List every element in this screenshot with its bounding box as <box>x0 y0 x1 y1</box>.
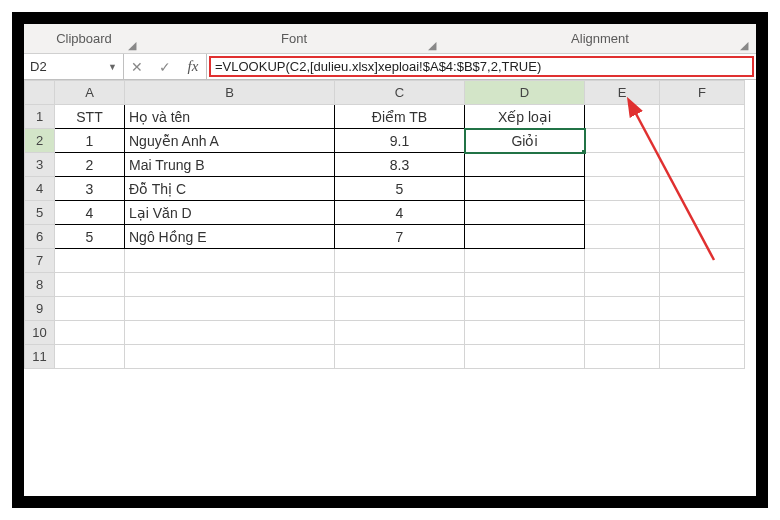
cell-D2[interactable]: Giỏi <box>465 129 585 153</box>
cell-C9[interactable] <box>335 297 465 321</box>
cell-F4[interactable] <box>660 177 745 201</box>
cell-E6[interactable] <box>585 225 660 249</box>
insert-function-button[interactable]: fx <box>184 58 202 75</box>
ribbon-group-labels: Clipboard ◢ Font ◢ Alignment ◢ <box>24 24 756 54</box>
cell-D6[interactable] <box>465 225 585 249</box>
cell-C7[interactable] <box>335 249 465 273</box>
cell-D7[interactable] <box>465 249 585 273</box>
col-header-B[interactable]: B <box>125 81 335 105</box>
cell-A1[interactable]: STT <box>55 105 125 129</box>
cell-D3[interactable] <box>465 153 585 177</box>
row-header-4[interactable]: 4 <box>25 177 55 201</box>
cell-B10[interactable] <box>125 321 335 345</box>
cell-A5[interactable]: 4 <box>55 201 125 225</box>
cell-F8[interactable] <box>660 273 745 297</box>
row-header-1[interactable]: 1 <box>25 105 55 129</box>
cell-E9[interactable] <box>585 297 660 321</box>
select-all-corner[interactable] <box>25 81 55 105</box>
cell-B6[interactable]: Ngô Hồng E <box>125 225 335 249</box>
cell-F6[interactable] <box>660 225 745 249</box>
col-header-D[interactable]: D <box>465 81 585 105</box>
cell-C3[interactable]: 8.3 <box>335 153 465 177</box>
name-box[interactable]: D2 ▼ <box>24 54 124 79</box>
cell-D10[interactable] <box>465 321 585 345</box>
row-header-7[interactable]: 7 <box>25 249 55 273</box>
cell-F10[interactable] <box>660 321 745 345</box>
row-header-9[interactable]: 9 <box>25 297 55 321</box>
cell-E8[interactable] <box>585 273 660 297</box>
cell-A10[interactable] <box>55 321 125 345</box>
formula-cancel-button[interactable]: ✕ <box>128 59 146 75</box>
cell-D5[interactable] <box>465 201 585 225</box>
cell-C2[interactable]: 9.1 <box>335 129 465 153</box>
col-header-A[interactable]: A <box>55 81 125 105</box>
col-header-F[interactable]: F <box>660 81 745 105</box>
fill-handle[interactable] <box>581 149 585 153</box>
cell-B2[interactable]: Nguyễn Anh A <box>125 129 335 153</box>
clipboard-dialog-launcher-icon[interactable]: ◢ <box>128 39 140 51</box>
cell-D1[interactable]: Xếp loại <box>465 105 585 129</box>
cell-F7[interactable] <box>660 249 745 273</box>
cell-E2[interactable] <box>585 129 660 153</box>
cell-D11[interactable] <box>465 345 585 369</box>
cell-F3[interactable] <box>660 153 745 177</box>
font-dialog-launcher-icon[interactable]: ◢ <box>428 39 440 51</box>
cell-F11[interactable] <box>660 345 745 369</box>
cell-E10[interactable] <box>585 321 660 345</box>
cell-D9[interactable] <box>465 297 585 321</box>
ribbon-group-alignment: Alignment ◢ <box>444 24 756 53</box>
row-header-5[interactable]: 5 <box>25 201 55 225</box>
cell-C11[interactable] <box>335 345 465 369</box>
cell-B3[interactable]: Mai Trung B <box>125 153 335 177</box>
cell-A4[interactable]: 3 <box>55 177 125 201</box>
cell-A6[interactable]: 5 <box>55 225 125 249</box>
cell-E1[interactable] <box>585 105 660 129</box>
cell-F5[interactable] <box>660 201 745 225</box>
cell-B1[interactable]: Họ và tên <box>125 105 335 129</box>
cell-C4[interactable]: 5 <box>335 177 465 201</box>
cell-B7[interactable] <box>125 249 335 273</box>
col-header-C[interactable]: C <box>335 81 465 105</box>
cell-F9[interactable] <box>660 297 745 321</box>
cell-E4[interactable] <box>585 177 660 201</box>
cell-B5[interactable]: Lại Văn D <box>125 201 335 225</box>
cell-E3[interactable] <box>585 153 660 177</box>
row-header-8[interactable]: 8 <box>25 273 55 297</box>
cell-A8[interactable] <box>55 273 125 297</box>
cell-D8[interactable] <box>465 273 585 297</box>
spreadsheet-grid[interactable]: A B C D E F 1 STT Họ và tên Điểm TB Xếp … <box>24 80 756 369</box>
cell-A3[interactable]: 2 <box>55 153 125 177</box>
cell-E5[interactable] <box>585 201 660 225</box>
formula-enter-button[interactable]: ✓ <box>156 59 174 75</box>
cell-A2[interactable]: 1 <box>55 129 125 153</box>
cell-E7[interactable] <box>585 249 660 273</box>
cell-E11[interactable] <box>585 345 660 369</box>
cell-D2-value: Giỏi <box>511 133 537 149</box>
cell-A9[interactable] <box>55 297 125 321</box>
cell-C10[interactable] <box>335 321 465 345</box>
row-header-6[interactable]: 6 <box>25 225 55 249</box>
cell-B4[interactable]: Đỗ Thị C <box>125 177 335 201</box>
cell-C1[interactable]: Điểm TB <box>335 105 465 129</box>
cell-D4[interactable] <box>465 177 585 201</box>
cell-C6[interactable]: 7 <box>335 225 465 249</box>
formula-bar-buttons: ✕ ✓ fx <box>124 54 207 79</box>
cell-A7[interactable] <box>55 249 125 273</box>
ribbon-group-clipboard: Clipboard ◢ <box>24 24 144 53</box>
name-box-dropdown-icon[interactable]: ▼ <box>108 62 117 72</box>
cell-A11[interactable] <box>55 345 125 369</box>
cell-F2[interactable] <box>660 129 745 153</box>
cell-F1[interactable] <box>660 105 745 129</box>
row-header-11[interactable]: 11 <box>25 345 55 369</box>
row-header-2[interactable]: 2 <box>25 129 55 153</box>
formula-input[interactable]: =VLOOKUP(C2,[dulieu.xlsx]xeploai!$A$4:$B… <box>209 56 754 77</box>
row-header-10[interactable]: 10 <box>25 321 55 345</box>
alignment-dialog-launcher-icon[interactable]: ◢ <box>740 39 752 51</box>
cell-C5[interactable]: 4 <box>335 201 465 225</box>
cell-B9[interactable] <box>125 297 335 321</box>
row-header-3[interactable]: 3 <box>25 153 55 177</box>
cell-C8[interactable] <box>335 273 465 297</box>
col-header-E[interactable]: E <box>585 81 660 105</box>
cell-B8[interactable] <box>125 273 335 297</box>
cell-B11[interactable] <box>125 345 335 369</box>
